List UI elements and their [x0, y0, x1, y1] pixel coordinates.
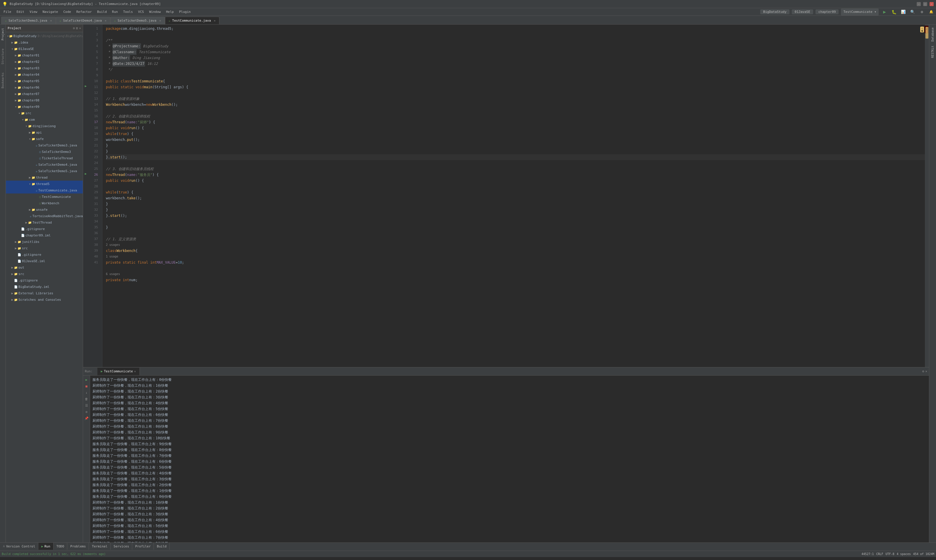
- run-filter-button[interactable]: ☰: [84, 403, 89, 408]
- run-tab-testcommunicate[interactable]: ▶ TestCommunicate ✕: [97, 368, 140, 375]
- tree-chapter05[interactable]: ▶ 📁 chapter05: [6, 78, 83, 84]
- menu-code[interactable]: Code: [61, 9, 73, 15]
- tab-salticketdemo3[interactable]: ☕ SaleTicketDemo3.java ✕: [1, 17, 56, 24]
- gutter-run-11[interactable]: ▶: [83, 83, 88, 89]
- tree-gitignore3[interactable]: 📄 .gitignore: [6, 277, 83, 283]
- menu-run[interactable]: Run: [110, 9, 120, 15]
- tab-terminal[interactable]: Terminal: [89, 543, 111, 550]
- tree-testthread[interactable]: ▶ 📁 TestThread: [6, 219, 83, 226]
- restkit-panel-label[interactable]: RESTKit: [930, 44, 935, 60]
- tree-scratches[interactable]: ▶ 📁 Scratches and Consoles: [6, 296, 83, 303]
- menu-file[interactable]: File: [1, 9, 14, 15]
- tree-chapter01[interactable]: ▶ 📁 chapter01: [6, 52, 83, 58]
- tree-workbench-class[interactable]: ○ Workbench: [6, 200, 83, 206]
- code-content[interactable]: package com.dingjiaxiong.thread5; /** * …: [102, 25, 925, 367]
- tab-run[interactable]: ▶ Run: [38, 543, 54, 550]
- tree-saleticketdemo3-class[interactable]: ○ SaleTicketDemo3: [6, 148, 83, 155]
- tree-dingjiaxiong[interactable]: ▾ 📁 dingjiaxiong: [6, 123, 83, 129]
- tab-build[interactable]: Build: [154, 543, 170, 550]
- project-selector[interactable]: BigDataStudy: [760, 9, 789, 14]
- settings-button[interactable]: ⚙: [919, 8, 925, 15]
- tree-saleticketdemo4[interactable]: ☕ SaleTicketDemo4.java: [6, 162, 83, 168]
- run-stop-button[interactable]: ■: [84, 383, 89, 389]
- indent-setting[interactable]: 4 spaces: [897, 552, 911, 555]
- tree-src2[interactable]: ▶ 📁 src: [6, 245, 83, 251]
- tab-close-button[interactable]: ✕: [50, 19, 52, 22]
- project-panel-label[interactable]: Project: [1, 27, 5, 42]
- tab-profiler[interactable]: Profiler: [132, 543, 154, 550]
- project-close-icon[interactable]: ✕: [79, 26, 81, 30]
- tree-chapter04[interactable]: ▶ 📁 chapter04: [6, 71, 83, 78]
- tree-junitlibs[interactable]: ▶ 📁 junitlibs: [6, 238, 83, 245]
- tree-bigdatastudy-iml[interactable]: 📄 BigDataStudy.iml: [6, 283, 83, 290]
- tree-thread[interactable]: ▶ 📁 thread: [6, 174, 83, 181]
- run-button[interactable]: ▶: [881, 8, 888, 15]
- menu-view[interactable]: View: [27, 9, 40, 15]
- maximize-button[interactable]: □: [923, 2, 927, 6]
- gutter-run-26[interactable]: ▶: [83, 171, 88, 177]
- tree-saleticketdemo3[interactable]: ☕ SaleTicketDemo3.java: [6, 142, 83, 148]
- menu-build[interactable]: Build: [95, 9, 109, 15]
- menu-navigate[interactable]: Navigate: [40, 9, 60, 15]
- tree-bigdatastudy[interactable]: ▾ 📁 BigDataStudy D:\DingJiaxiong\BigData…: [6, 33, 83, 39]
- menu-help[interactable]: Help: [164, 9, 176, 15]
- tree-ticketsalethread[interactable]: ○ TicketSaleThread: [6, 155, 83, 162]
- run-scroll-button[interactable]: ↓: [84, 389, 89, 395]
- cursor-position[interactable]: 44527:1: [861, 552, 874, 555]
- tab-close-button[interactable]: ✕: [105, 19, 106, 22]
- minimize-button[interactable]: —: [917, 2, 921, 6]
- tree-01javase[interactable]: ▾ 📁 01JavaSE: [6, 46, 83, 52]
- run-rerun-button[interactable]: ▶: [84, 377, 89, 383]
- tree-chapter09[interactable]: ▾ 📁 chapter09: [6, 103, 83, 110]
- chapter-selector[interactable]: chapter09: [816, 9, 839, 14]
- menu-vcs[interactable]: VCS: [136, 9, 146, 15]
- tree-chapter02[interactable]: ▶ 📁 chapter02: [6, 58, 83, 65]
- tree-safe[interactable]: ▾ 📁 safe: [6, 135, 83, 142]
- notifications-button[interactable]: 🔔: [928, 8, 935, 15]
- tree-external-libraries[interactable]: ▶ 📁 External Libraries: [6, 290, 83, 296]
- tree-tortoiserabbit[interactable]: ☕ TortoiseAndRabbitTest.java: [6, 213, 83, 219]
- tab-version-control[interactable]: ⑃ Version Control: [0, 543, 38, 550]
- tree-testcommunicate-class[interactable]: ○ TestCommunicate: [6, 194, 83, 200]
- tree-out[interactable]: ▶ 📁 out: [6, 264, 83, 271]
- run-clear-button[interactable]: 🗑: [84, 396, 89, 402]
- run-config-selector[interactable]: TestCommunicate ▾: [841, 8, 879, 15]
- tree-chapter07[interactable]: ▶ 📁 chapter07: [6, 91, 83, 97]
- run-settings-icon[interactable]: ⚙: [922, 369, 924, 373]
- tab-close-button[interactable]: ✕: [214, 19, 216, 22]
- project-settings-icon[interactable]: ⚙: [73, 26, 75, 30]
- tab-close-button[interactable]: ✕: [159, 19, 161, 22]
- menu-window[interactable]: Window: [147, 9, 163, 15]
- line-ending[interactable]: CRLF: [876, 552, 883, 555]
- profile-button[interactable]: 📊: [900, 8, 907, 15]
- tree-src[interactable]: ▾ 📁 src: [6, 110, 83, 116]
- close-button[interactable]: ✕: [930, 2, 934, 6]
- right-scroll-bar[interactable]: ⚠ 6 ↑ 1: [925, 25, 929, 367]
- menu-refactor[interactable]: Refactor: [74, 9, 94, 15]
- bookmarks-panel-label[interactable]: Bookmarks: [1, 71, 5, 89]
- tree-thread5[interactable]: ▾ 📁 thread5: [6, 181, 83, 187]
- run-output[interactable]: 服务员取走了一份快餐，现在工作台上有：0份快餐 厨师制作了一份快餐，现在工作台上…: [90, 375, 929, 543]
- search-everything[interactable]: 🔍: [909, 8, 916, 15]
- tree-src3[interactable]: ▶ 📁 src: [6, 271, 83, 277]
- tree-chapter06[interactable]: ▶ 📁 chapter06: [6, 84, 83, 91]
- tab-saleticketdemo5[interactable]: ☕ SaleTicketDemo5.java ✕: [110, 17, 165, 24]
- menu-tools[interactable]: Tools: [121, 9, 135, 15]
- tree-com[interactable]: ▾ 📁 com: [6, 116, 83, 123]
- tree-chapter09-iml[interactable]: 📄 chapter09.iml: [6, 232, 83, 238]
- tree-saleticketdemo5[interactable]: ☕ SaleTicketDemo5.java: [6, 168, 83, 174]
- tab-salticketdemo4[interactable]: ☕ SaleTicketDemo4.java ✕: [56, 17, 111, 24]
- window-controls[interactable]: — □ ✕: [917, 2, 934, 6]
- tab-services[interactable]: Services: [111, 543, 132, 550]
- menu-plugin[interactable]: Plugin: [177, 9, 193, 15]
- tree-idea[interactable]: ▶ 📁 .idea: [6, 39, 83, 46]
- tree-gitignore2[interactable]: 📄 .gitignore: [6, 251, 83, 258]
- run-pin-button[interactable]: 📌: [84, 415, 89, 421]
- project-collapse-icon[interactable]: ≡: [76, 26, 78, 30]
- tab-problems[interactable]: Problems: [67, 543, 89, 550]
- tree-01javase-iml[interactable]: 📄 01JavaSE.iml: [6, 258, 83, 264]
- tree-chapter08[interactable]: ▶ 📁 chapter08: [6, 97, 83, 103]
- tree-chapter03[interactable]: ▶ 📁 chapter03: [6, 65, 83, 71]
- run-close-icon[interactable]: ✕: [925, 369, 927, 373]
- run-settings2-button[interactable]: ⚙: [84, 409, 89, 415]
